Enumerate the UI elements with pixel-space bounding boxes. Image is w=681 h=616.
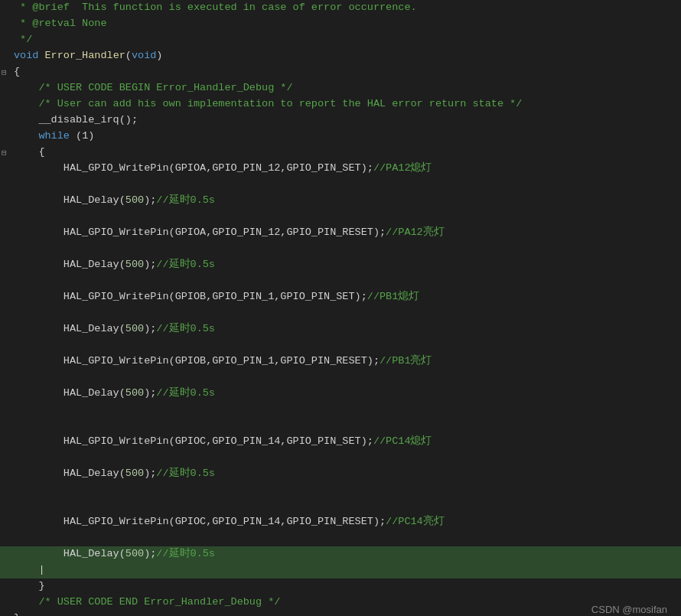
code-text: HAL_Delay(500);//延时0.5s — [14, 193, 681, 209]
code-line — [0, 305, 681, 321]
code-line: HAL_GPIO_WritePin(GPIOA,GPIO_PIN_12,GPIO… — [0, 225, 681, 241]
code-text: HAL_Delay(500);//延时0.5s — [14, 257, 681, 273]
code-text — [14, 498, 681, 514]
code-line: HAL_Delay(500);//延时0.5s — [0, 321, 681, 337]
code-line — [0, 273, 681, 289]
code-line: ⊟ { — [0, 64, 681, 80]
code-line: HAL_GPIO_WritePin(GPIOA,GPIO_PIN_12,GPIO… — [0, 161, 681, 177]
code-text: __disable_irq(); — [14, 112, 681, 129]
code-line: */ — [0, 32, 681, 48]
code-text: HAL_GPIO_WritePin(GPIOA,GPIO_PIN_12,GPIO… — [14, 225, 681, 241]
code-line: /* USER CODE BEGIN Error_Handler_Debug *… — [0, 80, 681, 96]
code-line — [0, 402, 681, 418]
code-line: * @retval None — [0, 16, 681, 32]
code-text: * @brief This function is executed in ca… — [14, 0, 681, 16]
code-line — [0, 530, 681, 546]
code-text: } — [14, 579, 681, 595]
code-line: HAL_GPIO_WritePin(GPIOC,GPIO_PIN_14,GPIO… — [0, 514, 681, 530]
fold-icon[interactable]: ⊟ — [2, 67, 7, 80]
code-line — [0, 337, 681, 354]
code-line: ⊟ { — [0, 145, 681, 161]
code-text: while (1) — [14, 129, 681, 145]
code-text — [14, 273, 681, 289]
code-text — [14, 177, 681, 193]
code-text — [14, 337, 681, 354]
code-line: HAL_Delay(500);//延时0.5s — [0, 257, 681, 273]
code-text: { — [14, 64, 681, 80]
code-text: HAL_GPIO_WritePin(GPIOC,GPIO_PIN_14,GPIO… — [14, 514, 681, 530]
code-text: } — [14, 611, 681, 616]
code-text: HAL_GPIO_WritePin(GPIOB,GPIO_PIN_1,GPIO_… — [14, 354, 681, 370]
code-line — [0, 418, 681, 434]
code-text — [14, 402, 681, 418]
code-line: HAL_GPIO_WritePin(GPIOB,GPIO_PIN_1,GPIO_… — [0, 354, 681, 370]
code-line: HAL_GPIO_WritePin(GPIOC,GPIO_PIN_14,GPIO… — [0, 434, 681, 450]
code-text: HAL_GPIO_WritePin(GPIOB,GPIO_PIN_1,GPIO_… — [14, 289, 681, 305]
code-line — [0, 177, 681, 193]
code-text — [14, 241, 681, 257]
code-text: /* USER CODE BEGIN Error_Handler_Debug *… — [14, 80, 681, 96]
code-text — [14, 450, 681, 466]
code-line: while (1) — [0, 129, 681, 145]
code-line: HAL_GPIO_WritePin(GPIOB,GPIO_PIN_1,GPIO_… — [0, 289, 681, 305]
code-text — [14, 370, 681, 386]
watermark: CSDN @mosifan — [591, 602, 667, 616]
code-text: | — [14, 562, 681, 579]
code-text — [14, 418, 681, 434]
code-line: } — [0, 579, 681, 595]
code-text: /* User can add his own implementation t… — [14, 96, 681, 112]
code-container: * @brief This function is executed in ca… — [0, 0, 681, 616]
code-line-cursor: | — [0, 562, 681, 579]
code-text: void Error_Handler(void) — [14, 48, 681, 64]
code-text: HAL_Delay(500);//延时0.5s — [14, 321, 681, 337]
code-text: */ — [14, 32, 681, 48]
fold-icon[interactable]: ⊟ — [2, 147, 7, 160]
code-text: * @retval None — [14, 16, 681, 32]
code-line: void Error_Handler(void) — [0, 48, 681, 64]
code-line — [0, 482, 681, 498]
code-text: HAL_Delay(500);//延时0.5s — [14, 546, 681, 562]
code-text: HAL_GPIO_WritePin(GPIOA,GPIO_PIN_12,GPIO… — [14, 161, 681, 177]
code-line-highlighted: HAL_Delay(500);//延时0.5s — [0, 546, 681, 562]
code-line: /* User can add his own implementation t… — [0, 96, 681, 112]
code-text: HAL_GPIO_WritePin(GPIOC,GPIO_PIN_14,GPIO… — [14, 434, 681, 450]
code-text — [14, 482, 681, 498]
code-line: __disable_irq(); — [0, 112, 681, 129]
code-text — [14, 530, 681, 546]
code-line — [0, 498, 681, 514]
code-line: HAL_Delay(500);//延时0.5s — [0, 386, 681, 402]
code-text: HAL_Delay(500);//延时0.5s — [14, 466, 681, 482]
code-line: * @brief This function is executed in ca… — [0, 0, 681, 16]
code-text: /* USER CODE END Error_Handler_Debug */ — [14, 595, 681, 611]
code-line: HAL_Delay(500);//延时0.5s — [0, 466, 681, 482]
code-text: { — [14, 145, 681, 161]
code-line: HAL_Delay(500);//延时0.5s — [0, 193, 681, 209]
code-line — [0, 370, 681, 386]
code-line — [0, 209, 681, 225]
code-line — [0, 450, 681, 466]
code-text: HAL_Delay(500);//延时0.5s — [14, 386, 681, 402]
code-line: /* USER CODE END Error_Handler_Debug */ — [0, 595, 681, 611]
code-text — [14, 305, 681, 321]
code-line: } — [0, 611, 681, 616]
code-text — [14, 209, 681, 225]
code-line — [0, 241, 681, 257]
